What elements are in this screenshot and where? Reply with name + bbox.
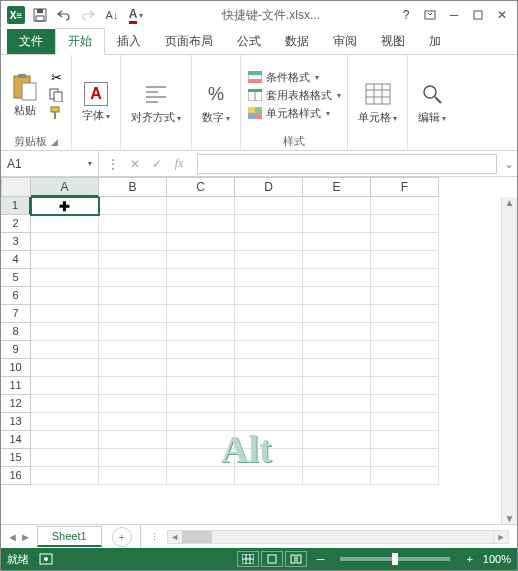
cell[interactable] xyxy=(31,251,99,269)
name-box[interactable]: A1▾ xyxy=(1,151,99,176)
cell[interactable] xyxy=(303,413,371,431)
cell[interactable] xyxy=(303,341,371,359)
row-header[interactable]: 14 xyxy=(1,431,31,449)
cell[interactable] xyxy=(167,287,235,305)
cell[interactable] xyxy=(235,197,303,215)
cut-icon[interactable]: ✂ xyxy=(47,69,65,85)
cell[interactable] xyxy=(31,449,99,467)
cell[interactable] xyxy=(371,467,439,485)
cancel-icon[interactable]: ✕ xyxy=(125,154,145,174)
cell[interactable] xyxy=(235,233,303,251)
cell[interactable] xyxy=(303,395,371,413)
help-icon[interactable]: ? xyxy=(395,4,417,26)
tab-home[interactable]: 开始 xyxy=(55,28,105,55)
row-header[interactable]: 10 xyxy=(1,359,31,377)
cell[interactable] xyxy=(167,413,235,431)
view-normal-icon[interactable] xyxy=(237,551,259,567)
cell[interactable] xyxy=(303,449,371,467)
editing-button[interactable]: 编辑▾ xyxy=(414,78,450,127)
cell[interactable] xyxy=(371,323,439,341)
cell[interactable] xyxy=(303,251,371,269)
cell[interactable] xyxy=(235,341,303,359)
conditional-format-button[interactable]: 条件格式▾ xyxy=(247,69,319,86)
cell[interactable] xyxy=(167,467,235,485)
fb-options-icon[interactable]: ⋮ xyxy=(103,154,123,174)
dialog-launcher-icon[interactable]: ◢ xyxy=(51,137,58,147)
column-header[interactable]: E xyxy=(303,177,371,197)
number-button[interactable]: % 数字▾ xyxy=(198,78,234,127)
row-header[interactable]: 12 xyxy=(1,395,31,413)
cell[interactable] xyxy=(167,269,235,287)
cell[interactable] xyxy=(99,215,167,233)
cell[interactable] xyxy=(99,377,167,395)
tab-formulas[interactable]: 公式 xyxy=(225,29,273,54)
view-page-break-icon[interactable] xyxy=(285,551,307,567)
cell[interactable] xyxy=(303,305,371,323)
cell[interactable] xyxy=(31,359,99,377)
add-sheet-button[interactable]: + xyxy=(112,527,132,547)
zoom-level[interactable]: 100% xyxy=(483,553,511,565)
tab-insert[interactable]: 插入 xyxy=(105,29,153,54)
zoom-in-button[interactable]: + xyxy=(466,553,472,565)
cell[interactable] xyxy=(31,341,99,359)
row-header[interactable]: 1 xyxy=(1,197,31,215)
alignment-button[interactable]: 对齐方式▾ xyxy=(127,78,185,127)
paste-button[interactable]: 粘贴 xyxy=(7,71,43,120)
cell[interactable] xyxy=(303,269,371,287)
cell[interactable] xyxy=(167,197,235,215)
cell[interactable] xyxy=(303,215,371,233)
cell[interactable] xyxy=(235,287,303,305)
cell[interactable] xyxy=(235,323,303,341)
row-header[interactable]: 5 xyxy=(1,269,31,287)
cell[interactable] xyxy=(167,449,235,467)
copy-icon[interactable] xyxy=(47,87,65,103)
cell[interactable] xyxy=(31,215,99,233)
cell-grid[interactable]: 12345678910111213141516 xyxy=(1,197,517,524)
cell[interactable] xyxy=(99,251,167,269)
font-button[interactable]: A 字体▾ xyxy=(78,80,114,125)
cells-button[interactable]: 单元格▾ xyxy=(354,78,401,127)
row-header[interactable]: 16 xyxy=(1,467,31,485)
column-header[interactable]: D xyxy=(235,177,303,197)
cell[interactable] xyxy=(371,431,439,449)
minimize-icon[interactable]: ─ xyxy=(443,4,465,26)
cell[interactable] xyxy=(167,215,235,233)
tab-view[interactable]: 视图 xyxy=(369,29,417,54)
cell[interactable] xyxy=(167,377,235,395)
cell[interactable] xyxy=(371,215,439,233)
cell[interactable] xyxy=(235,449,303,467)
tab-layout[interactable]: 页面布局 xyxy=(153,29,225,54)
row-header[interactable]: 4 xyxy=(1,251,31,269)
cell[interactable] xyxy=(371,287,439,305)
cell[interactable] xyxy=(235,395,303,413)
cell[interactable] xyxy=(235,359,303,377)
formula-input[interactable] xyxy=(197,154,497,174)
zoom-slider[interactable] xyxy=(340,557,450,561)
maximize-icon[interactable] xyxy=(467,4,489,26)
sheet-nav[interactable]: ◄► xyxy=(1,531,37,543)
cell[interactable] xyxy=(31,323,99,341)
excel-icon[interactable]: X≡ xyxy=(5,4,27,26)
row-header[interactable]: 2 xyxy=(1,215,31,233)
cell[interactable] xyxy=(303,467,371,485)
table-format-button[interactable]: 套用表格格式▾ xyxy=(247,87,341,104)
cell[interactable] xyxy=(31,431,99,449)
cell[interactable] xyxy=(371,251,439,269)
sort-asc-icon[interactable]: A↓ xyxy=(101,4,123,26)
cell[interactable] xyxy=(167,233,235,251)
cell[interactable] xyxy=(235,377,303,395)
fx-icon[interactable]: fx xyxy=(169,154,189,174)
row-header[interactable]: 8 xyxy=(1,323,31,341)
tab-file[interactable]: 文件 xyxy=(7,29,55,54)
cell[interactable] xyxy=(371,377,439,395)
cell[interactable] xyxy=(303,323,371,341)
cell[interactable] xyxy=(99,431,167,449)
cell[interactable] xyxy=(235,413,303,431)
cell[interactable] xyxy=(167,341,235,359)
cell[interactable] xyxy=(371,449,439,467)
cell[interactable] xyxy=(303,233,371,251)
cell[interactable] xyxy=(99,449,167,467)
format-painter-icon[interactable] xyxy=(47,105,65,121)
cell[interactable] xyxy=(235,431,303,449)
select-all-corner[interactable] xyxy=(1,177,31,197)
